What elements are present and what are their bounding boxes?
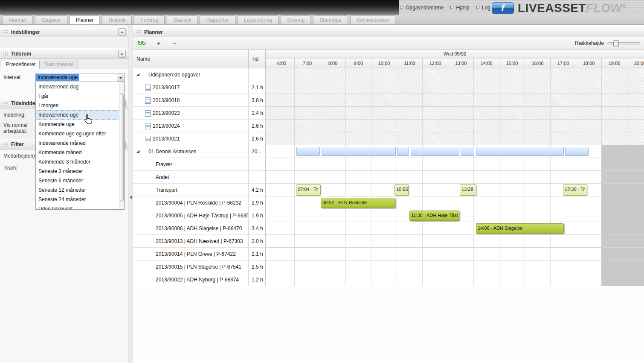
gantt-row-strip[interactable] [266,235,644,248]
row-name-cell[interactable]: 2013/90023 [133,107,249,120]
transport-bar[interactable]: 10:55 [395,184,409,196]
tab-planner[interactable]: Planner [70,15,100,24]
tab-administration[interactable]: Administration [350,15,395,24]
off-hours-region [601,184,644,196]
collapse-left-button[interactable]: « [118,28,126,36]
tab-statistik[interactable]: Statistik [167,15,197,24]
gantt-row-strip[interactable]: 08:02 - PLN Roskilde [266,196,644,209]
row-tid-cell: 1.2 h [249,273,266,286]
dropdown-item-uden-tidspunkt[interactable]: Uden tidspunkt [36,204,124,210]
gantt-row-strip[interactable] [266,248,644,261]
dropdown-item-kommende-3-måneder[interactable]: Kommende 3 måneder [36,157,124,167]
top-menu-item-hjælp[interactable]: Hjælp [450,5,469,11]
scrollbar-thumb[interactable] [120,93,124,202]
row-height-slider[interactable] [607,42,641,44]
gantt-row-strip[interactable] [266,68,644,81]
row-name-cell[interactable]: 2013/90015 | PLN Slagelse | P-67541 [133,261,249,273]
gantt-task-bar[interactable]: 11:30 - ADH Høje Tåst [409,211,459,221]
panel-splitter[interactable] [128,25,133,363]
row-name-cell[interactable]: Transport [133,184,249,196]
gantt-row-strip[interactable] [266,94,644,107]
row-name-cell[interactable]: 2013/90021 [133,132,249,145]
gantt-row-strip[interactable] [266,107,644,120]
refresh-icon[interactable]: ↻↻ [137,40,145,47]
row-name-cell[interactable]: 2013/90017 [133,81,249,94]
dropdown-item-seneste-3-måneder[interactable]: Seneste 3 måneder [36,167,124,176]
task-document-icon [145,85,151,91]
row-name-cell[interactable]: 2013/90005 | ADH Høje Tåstrup | P-66351 [133,209,249,222]
gantt-row-strip[interactable] [266,81,644,94]
summary-bar[interactable] [411,147,459,156]
tab-alarmer[interactable]: Alarmer [2,15,33,24]
summary-bar[interactable] [296,147,320,156]
dropdown-item-indeværende-måned[interactable]: Indeværende måned [36,138,124,148]
gantt-task-bar[interactable]: 08:02 - PLN Roskilde [321,198,395,208]
combobox-dropdown-button[interactable] [117,73,124,82]
row-name-cell[interactable]: Fravær [133,158,249,171]
dropdown-item-indeværende-uge[interactable]: Indeværende uge [36,110,124,120]
tab-historik[interactable]: Historik [102,15,132,24]
row-name-cell[interactable]: 2013/90013 | ADH Næstved | P-67303 [133,235,249,248]
tab-rapporter[interactable]: Rapporter [200,15,235,24]
tab-opgaver[interactable]: Opgaver [35,15,67,24]
transport-bar[interactable]: 17:30 - Tr [563,184,587,196]
dropdown-item-i-morgen[interactable]: I morgen [36,101,124,110]
tab-dato-interval[interactable]: Dato interval [39,60,78,69]
hour-header-cell-17:00: 17:00 [550,59,576,68]
tab-stamdata[interactable]: Stamdata [313,15,348,24]
hand-cursor-icon [83,114,93,126]
row-name-cell[interactable]: 2013/90022 | ADH Nyborg | P-68374 [133,273,249,286]
row-name-cell[interactable]: 2013/90006 | ADH Slagelse | P-66470 [133,222,249,235]
collapse-arrow-icon[interactable] [130,196,132,199]
row-name-cell[interactable]: 2013/90004 | PLN Roskilde | P-66232 [133,196,249,209]
tab-lagerstyring[interactable]: Lagerstyring [238,15,278,24]
row-name-cell[interactable]: 2013/90024 [133,120,249,132]
collapse-up-button[interactable]: « [118,50,126,58]
gantt-row-strip[interactable] [266,120,644,132]
expand-arrow-icon[interactable] [136,150,139,153]
summary-bar[interactable] [565,147,589,156]
tab-praedefineret[interactable]: Prædefineret [1,60,41,69]
gantt-row-strip[interactable] [266,261,644,273]
dropdown-item-seneste-6-måneder[interactable]: Seneste 6 måneder [36,176,124,185]
expand-arrow-icon[interactable] [136,73,139,76]
drag-handle-icon [3,52,8,56]
row-tid-cell [249,171,266,184]
gantt-task-bar[interactable]: 14:06 - ADH Slagelse [476,223,564,234]
gantt-row-strip[interactable]: 14:06 - ADH Slagelse [266,222,644,235]
tab-forbrug[interactable]: Forbrug [134,15,165,24]
row-name-cell[interactable]: 2013/90018 [133,94,249,107]
gantt-row-strip[interactable]: 07:04 - Tr10:5513:2817:30 - Tr [266,184,644,196]
top-menu-item-opgavedomæne[interactable]: Opgavedomæne [400,5,444,11]
dropdown-item-i-går[interactable]: I går [36,91,124,101]
dropdown-item-kommende-måned[interactable]: Kommende måned [36,148,124,157]
dropdown-item-seneste-12-måneder[interactable]: Seneste 12 måneder [36,185,124,195]
gantt-row-strip[interactable] [266,273,644,286]
empty-grid-area [266,286,644,363]
slider-thumb[interactable] [613,40,619,47]
dropdown-scrollbar[interactable] [119,82,124,209]
gantt-row-strip[interactable]: 11:30 - ADH Høje Tåst [266,209,644,222]
interval-combobox[interactable]: Indeværende uge [35,73,125,82]
zoom-in-button[interactable]: + [157,40,160,46]
row-name-cell[interactable]: Udisponerede opgaver [133,68,249,81]
summary-bar[interactable] [461,147,474,156]
gantt-row-strip[interactable] [266,158,644,171]
tab-sporing[interactable]: Sporing [281,15,311,24]
summary-bar[interactable] [397,147,409,156]
summary-bar[interactable] [476,147,564,156]
gantt-row-strip[interactable] [266,132,644,145]
row-name-cell[interactable]: Andet [133,171,249,184]
gantt-row-strip[interactable] [266,171,644,184]
dropdown-item-seneste-24-måneder[interactable]: Seneste 24 måneder [36,195,124,204]
dropdown-item-kommende-uge-og-ugen-efter[interactable]: Kommende uge og ugen efter [36,129,124,138]
transport-bar[interactable]: 13:28 [460,184,476,196]
summary-bar[interactable] [322,147,396,156]
dropdown-item-kommende-uge[interactable]: Kommende uge [36,120,124,129]
dropdown-item-indeværende-dag[interactable]: Indeværende dag [36,82,124,91]
row-name-cell[interactable]: 2013/90014 | PLN Greve | P-67422 [133,248,249,261]
zoom-out-button[interactable]: − [172,40,176,46]
gantt-row-strip[interactable] [266,145,644,158]
transport-bar[interactable]: 07:04 - Tr [296,184,321,196]
row-name-cell[interactable]: 01 Dennis Asmussen [133,145,249,158]
